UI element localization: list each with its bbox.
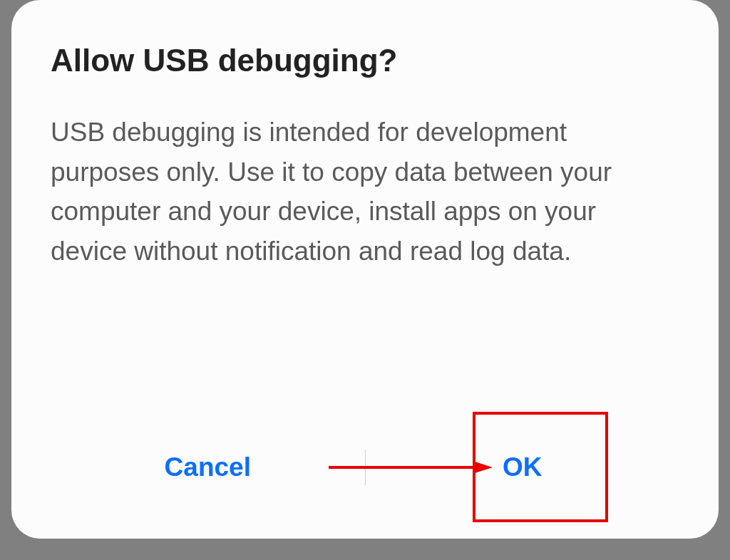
dialog-title: Allow USB debugging? [51, 43, 679, 78]
ok-button[interactable]: OK [366, 431, 680, 504]
usb-debugging-dialog: Allow USB debugging? USB debugging is in… [11, 0, 719, 539]
dialog-button-row: Cancel OK [51, 425, 679, 510]
dialog-message: USB debugging is intended for developmen… [51, 113, 679, 396]
cancel-button[interactable]: Cancel [51, 431, 365, 504]
